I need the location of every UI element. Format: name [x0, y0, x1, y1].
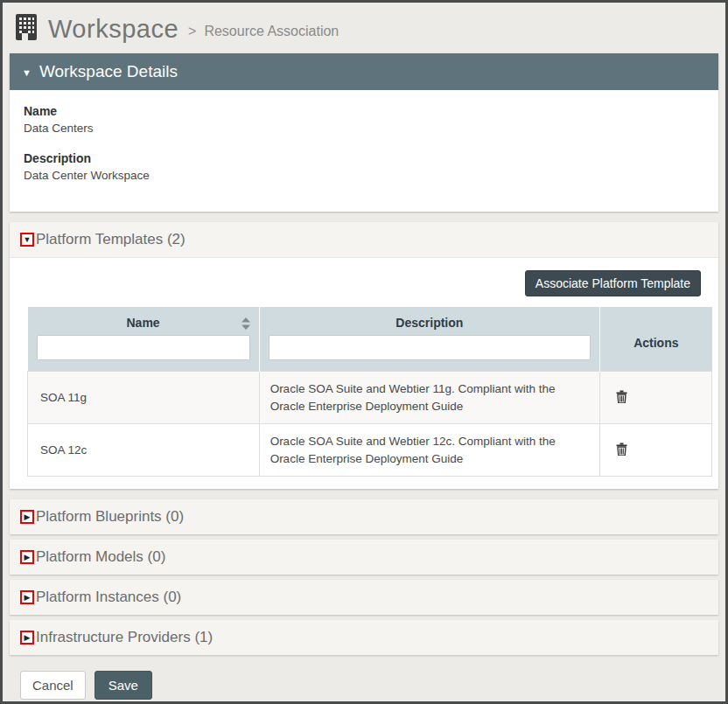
expand-toggle-icon[interactable]: ▶ — [20, 510, 34, 524]
section-title: Platform Blueprints (0) — [36, 508, 184, 526]
breadcrumb-separator: > — [188, 24, 196, 39]
section-header-platform-blueprints[interactable]: ▶ Platform Blueprints (0) — [10, 499, 718, 534]
column-header-actions: Actions — [600, 307, 712, 372]
workspace-details-header[interactable]: ▼ Workspace Details — [10, 53, 718, 90]
platform-blueprints-card: ▶ Platform Blueprints (0) — [10, 499, 718, 534]
delete-icon[interactable] — [614, 441, 629, 460]
collapse-icon: ▼ — [22, 67, 32, 78]
save-button[interactable]: Save — [94, 671, 152, 700]
page-title: Workspace — [48, 15, 178, 44]
platform-templates-table: Name Description Actions — [27, 307, 712, 477]
platform-models-card: ▶ Platform Models (0) — [10, 540, 718, 575]
breadcrumb: Resource Association — [204, 24, 339, 39]
column-header-description: Description — [259, 307, 599, 331]
column-header-name[interactable]: Name — [28, 307, 260, 331]
table-row: SOA 11g Oracle SOA Suite and Webtier 11g… — [28, 372, 712, 424]
section-header-platform-models[interactable]: ▶ Platform Models (0) — [10, 540, 718, 575]
template-description: Oracle SOA Suite and Webtier 12c. Compli… — [259, 424, 599, 477]
description-value: Data Center Workspace — [24, 169, 704, 182]
expand-toggle-icon[interactable]: ▶ — [20, 550, 34, 564]
name-label: Name — [24, 104, 704, 118]
section-title: Infrastructure Providers (1) — [36, 629, 213, 646]
template-name: SOA 12c — [28, 424, 260, 477]
cancel-button[interactable]: Cancel — [20, 671, 86, 700]
expand-toggle-icon[interactable]: ▶ — [20, 590, 34, 604]
section-title: Platform Templates (2) — [36, 231, 186, 248]
app-header: Workspace > Resource Association — [10, 3, 718, 53]
sort-icon[interactable] — [242, 317, 250, 332]
section-header-platform-instances[interactable]: ▶ Platform Instances (0) — [10, 580, 718, 615]
section-header-infrastructure-providers[interactable]: ▶ Infrastructure Providers (1) — [10, 620, 718, 655]
name-value: Data Centers — [24, 122, 704, 135]
description-filter-input[interactable] — [269, 335, 591, 360]
page: Workspace > Resource Association ▼ Works… — [3, 3, 725, 700]
delete-icon[interactable] — [614, 388, 629, 408]
collapse-toggle-icon[interactable]: ▼ — [20, 233, 34, 247]
template-description: Oracle SOA Suite and Webtier 11g. Compli… — [259, 372, 599, 424]
section-header-platform-templates[interactable]: ▼ Platform Templates (2) — [10, 222, 718, 258]
platform-templates-card: ▼ Platform Templates (2) Associate Platf… — [10, 222, 718, 489]
template-name: SOA 11g — [28, 372, 260, 424]
expand-toggle-icon[interactable]: ▶ — [20, 631, 34, 645]
footer-actions: Cancel Save — [10, 660, 718, 700]
workspace-details-title: Workspace Details — [39, 62, 178, 81]
name-filter-input[interactable] — [37, 335, 250, 360]
infrastructure-providers-card: ▶ Infrastructure Providers (1) — [10, 620, 718, 655]
workspace-details-card: ▼ Workspace Details Name Data Centers De… — [10, 53, 718, 212]
associate-platform-template-button[interactable]: Associate Platform Template — [525, 270, 701, 296]
section-title: Platform Instances (0) — [36, 589, 181, 606]
workspace-details-body: Name Data Centers Description Data Cente… — [10, 90, 718, 212]
platform-instances-card: ▶ Platform Instances (0) — [10, 580, 718, 615]
building-icon — [15, 13, 38, 45]
section-title: Platform Models (0) — [36, 548, 165, 566]
description-label: Description — [24, 151, 704, 165]
platform-templates-body: Associate Platform Template Name — [10, 258, 718, 489]
table-row: SOA 12c Oracle SOA Suite and Webtier 12c… — [28, 424, 712, 477]
